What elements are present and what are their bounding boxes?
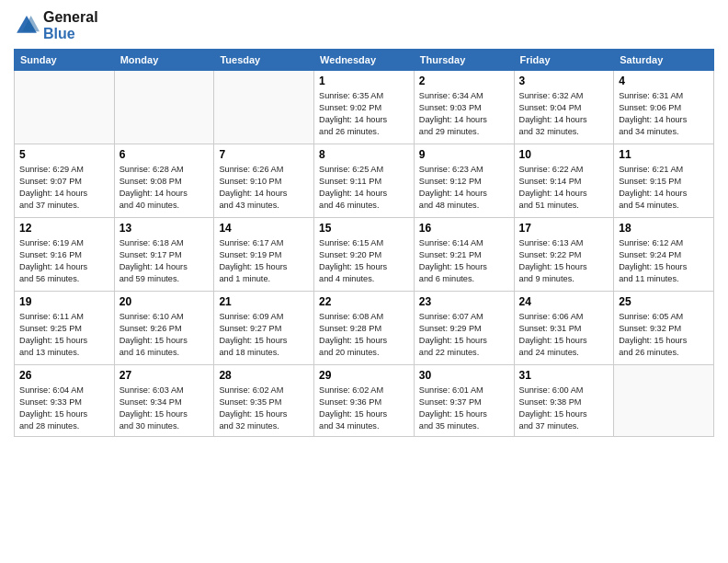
header-thursday: Thursday bbox=[414, 50, 514, 71]
logo-text: General Blue bbox=[43, 9, 98, 41]
day-number: 6 bbox=[119, 148, 210, 161]
day-info: Sunrise: 6:00 AM Sunset: 9:38 PM Dayligh… bbox=[519, 385, 609, 432]
day-number: 28 bbox=[219, 369, 309, 382]
day-number: 18 bbox=[619, 222, 709, 235]
day-info: Sunrise: 6:21 AM Sunset: 9:15 PM Dayligh… bbox=[619, 164, 709, 212]
day-number: 23 bbox=[419, 295, 509, 308]
calendar-cell: 26Sunrise: 6:04 AM Sunset: 9:33 PM Dayli… bbox=[15, 365, 115, 437]
day-number: 19 bbox=[19, 295, 109, 308]
header-wednesday: Wednesday bbox=[314, 50, 415, 71]
day-number: 24 bbox=[519, 295, 609, 308]
calendar-cell: 13Sunrise: 6:18 AM Sunset: 9:17 PM Dayli… bbox=[114, 218, 214, 292]
day-number: 16 bbox=[419, 222, 509, 235]
day-number: 21 bbox=[219, 295, 309, 308]
calendar-cell: 9Sunrise: 6:23 AM Sunset: 9:12 PM Daylig… bbox=[414, 144, 514, 218]
day-number: 27 bbox=[119, 369, 210, 382]
calendar-cell: 1Sunrise: 6:35 AM Sunset: 9:02 PM Daylig… bbox=[314, 71, 415, 144]
day-number: 9 bbox=[419, 148, 509, 161]
day-number: 8 bbox=[319, 148, 409, 161]
calendar-cell: 16Sunrise: 6:14 AM Sunset: 9:21 PM Dayli… bbox=[414, 218, 514, 292]
weekday-header-row: Sunday Monday Tuesday Wednesday Thursday… bbox=[15, 50, 714, 71]
header-sunday: Sunday bbox=[15, 50, 115, 71]
calendar-cell: 7Sunrise: 6:26 AM Sunset: 9:10 PM Daylig… bbox=[214, 144, 314, 218]
calendar-week-0: 1Sunrise: 6:35 AM Sunset: 9:02 PM Daylig… bbox=[15, 71, 714, 144]
day-number: 7 bbox=[219, 148, 309, 161]
day-number: 10 bbox=[519, 148, 609, 161]
day-info: Sunrise: 6:26 AM Sunset: 9:10 PM Dayligh… bbox=[219, 164, 309, 212]
calendar-cell bbox=[114, 71, 214, 144]
calendar-cell: 24Sunrise: 6:06 AM Sunset: 9:31 PM Dayli… bbox=[514, 292, 614, 365]
calendar-cell: 4Sunrise: 6:31 AM Sunset: 9:06 PM Daylig… bbox=[614, 71, 714, 144]
day-number: 12 bbox=[19, 222, 109, 235]
calendar-cell: 30Sunrise: 6:01 AM Sunset: 9:37 PM Dayli… bbox=[414, 365, 514, 437]
calendar-cell: 5Sunrise: 6:29 AM Sunset: 9:07 PM Daylig… bbox=[15, 144, 115, 218]
day-info: Sunrise: 6:01 AM Sunset: 9:37 PM Dayligh… bbox=[419, 385, 509, 432]
day-info: Sunrise: 6:10 AM Sunset: 9:26 PM Dayligh… bbox=[119, 311, 210, 359]
day-info: Sunrise: 6:03 AM Sunset: 9:34 PM Dayligh… bbox=[119, 385, 210, 432]
calendar-cell bbox=[15, 71, 115, 144]
calendar-cell: 21Sunrise: 6:09 AM Sunset: 9:27 PM Dayli… bbox=[214, 292, 314, 365]
day-info: Sunrise: 6:29 AM Sunset: 9:07 PM Dayligh… bbox=[19, 164, 109, 212]
day-number: 31 bbox=[519, 369, 609, 382]
calendar-cell: 2Sunrise: 6:34 AM Sunset: 9:03 PM Daylig… bbox=[414, 71, 514, 144]
calendar-week-3: 19Sunrise: 6:11 AM Sunset: 9:25 PM Dayli… bbox=[15, 292, 714, 365]
calendar-cell: 8Sunrise: 6:25 AM Sunset: 9:11 PM Daylig… bbox=[314, 144, 415, 218]
day-number: 30 bbox=[419, 369, 509, 382]
day-number: 20 bbox=[119, 295, 210, 308]
day-info: Sunrise: 6:15 AM Sunset: 9:20 PM Dayligh… bbox=[319, 237, 409, 285]
header-tuesday: Tuesday bbox=[214, 50, 314, 71]
day-number: 4 bbox=[619, 75, 709, 87]
calendar-cell bbox=[214, 71, 314, 144]
day-info: Sunrise: 6:09 AM Sunset: 9:27 PM Dayligh… bbox=[219, 311, 309, 359]
calendar-cell: 27Sunrise: 6:03 AM Sunset: 9:34 PM Dayli… bbox=[114, 365, 214, 437]
day-info: Sunrise: 6:06 AM Sunset: 9:31 PM Dayligh… bbox=[519, 311, 609, 359]
day-info: Sunrise: 6:25 AM Sunset: 9:11 PM Dayligh… bbox=[319, 164, 409, 212]
calendar-cell: 22Sunrise: 6:08 AM Sunset: 9:28 PM Dayli… bbox=[314, 292, 415, 365]
calendar-cell: 31Sunrise: 6:00 AM Sunset: 9:38 PM Dayli… bbox=[514, 365, 614, 437]
calendar-table: Sunday Monday Tuesday Wednesday Thursday… bbox=[14, 49, 714, 437]
day-number: 2 bbox=[419, 75, 509, 87]
day-number: 25 bbox=[619, 295, 709, 308]
header-monday: Monday bbox=[114, 50, 214, 71]
calendar-cell: 12Sunrise: 6:19 AM Sunset: 9:16 PM Dayli… bbox=[15, 218, 115, 292]
day-number: 5 bbox=[19, 148, 109, 161]
day-info: Sunrise: 6:22 AM Sunset: 9:14 PM Dayligh… bbox=[519, 164, 609, 212]
calendar-cell: 18Sunrise: 6:12 AM Sunset: 9:24 PM Dayli… bbox=[614, 218, 714, 292]
day-number: 29 bbox=[319, 369, 409, 382]
day-info: Sunrise: 6:11 AM Sunset: 9:25 PM Dayligh… bbox=[19, 311, 109, 359]
day-info: Sunrise: 6:05 AM Sunset: 9:32 PM Dayligh… bbox=[619, 311, 709, 359]
calendar-cell: 11Sunrise: 6:21 AM Sunset: 9:15 PM Dayli… bbox=[614, 144, 714, 218]
calendar-cell: 10Sunrise: 6:22 AM Sunset: 9:14 PM Dayli… bbox=[514, 144, 614, 218]
day-number: 11 bbox=[619, 148, 709, 161]
logo-icon bbox=[14, 13, 40, 39]
day-info: Sunrise: 6:18 AM Sunset: 9:17 PM Dayligh… bbox=[119, 237, 210, 285]
calendar-cell: 3Sunrise: 6:32 AM Sunset: 9:04 PM Daylig… bbox=[514, 71, 614, 144]
calendar-cell: 29Sunrise: 6:02 AM Sunset: 9:36 PM Dayli… bbox=[314, 365, 415, 437]
header-saturday: Saturday bbox=[614, 50, 714, 71]
calendar-cell: 15Sunrise: 6:15 AM Sunset: 9:20 PM Dayli… bbox=[314, 218, 415, 292]
calendar-cell: 25Sunrise: 6:05 AM Sunset: 9:32 PM Dayli… bbox=[614, 292, 714, 365]
day-info: Sunrise: 6:08 AM Sunset: 9:28 PM Dayligh… bbox=[319, 311, 409, 359]
day-info: Sunrise: 6:13 AM Sunset: 9:22 PM Dayligh… bbox=[519, 237, 609, 285]
calendar-cell: 19Sunrise: 6:11 AM Sunset: 9:25 PM Dayli… bbox=[15, 292, 115, 365]
day-number: 1 bbox=[319, 75, 409, 87]
day-info: Sunrise: 6:07 AM Sunset: 9:29 PM Dayligh… bbox=[419, 311, 509, 359]
calendar-cell: 20Sunrise: 6:10 AM Sunset: 9:26 PM Dayli… bbox=[114, 292, 214, 365]
calendar-cell: 23Sunrise: 6:07 AM Sunset: 9:29 PM Dayli… bbox=[414, 292, 514, 365]
day-info: Sunrise: 6:19 AM Sunset: 9:16 PM Dayligh… bbox=[19, 237, 109, 285]
calendar-week-4: 26Sunrise: 6:04 AM Sunset: 9:33 PM Dayli… bbox=[15, 365, 714, 437]
day-info: Sunrise: 6:14 AM Sunset: 9:21 PM Dayligh… bbox=[419, 237, 509, 285]
day-number: 15 bbox=[319, 222, 409, 235]
calendar-cell: 28Sunrise: 6:02 AM Sunset: 9:35 PM Dayli… bbox=[214, 365, 314, 437]
day-info: Sunrise: 6:31 AM Sunset: 9:06 PM Dayligh… bbox=[619, 90, 709, 138]
day-info: Sunrise: 6:02 AM Sunset: 9:36 PM Dayligh… bbox=[319, 385, 409, 432]
calendar-cell: 6Sunrise: 6:28 AM Sunset: 9:08 PM Daylig… bbox=[114, 144, 214, 218]
day-number: 13 bbox=[119, 222, 210, 235]
calendar-week-2: 12Sunrise: 6:19 AM Sunset: 9:16 PM Dayli… bbox=[15, 218, 714, 292]
day-info: Sunrise: 6:23 AM Sunset: 9:12 PM Dayligh… bbox=[419, 164, 509, 212]
day-info: Sunrise: 6:34 AM Sunset: 9:03 PM Dayligh… bbox=[419, 90, 509, 138]
calendar-cell: 14Sunrise: 6:17 AM Sunset: 9:19 PM Dayli… bbox=[214, 218, 314, 292]
day-number: 22 bbox=[319, 295, 409, 308]
logo: General Blue bbox=[14, 9, 98, 41]
day-info: Sunrise: 6:28 AM Sunset: 9:08 PM Dayligh… bbox=[119, 164, 210, 212]
